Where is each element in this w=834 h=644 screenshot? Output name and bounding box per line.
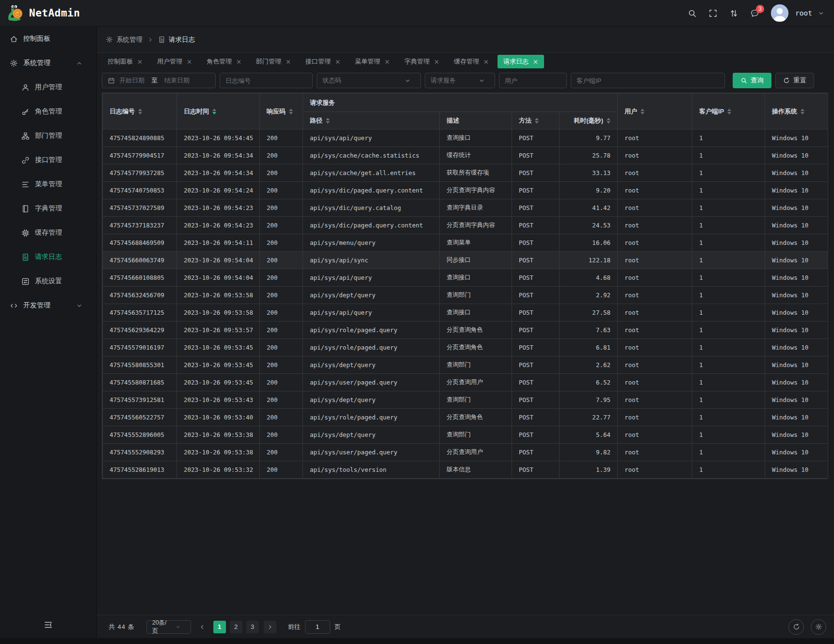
sidebar-item-settings[interactable]: 系统设置 xyxy=(0,269,96,293)
sidebar-item-system[interactable]: 系统管理 xyxy=(0,51,96,75)
cell-path: api/sys/dic/query.catalog xyxy=(303,199,440,217)
table-row[interactable]: 4757457407508532023-10-26 09:54:24200api… xyxy=(103,182,828,199)
tab-roles[interactable]: 角色管理 xyxy=(201,55,247,68)
cell-elapsed: 2.62 xyxy=(560,356,618,374)
breadcrumb-item[interactable]: 系统管理 xyxy=(116,35,143,44)
tab-users[interactable]: 用户管理 xyxy=(151,55,198,68)
user-menu[interactable]: root xyxy=(795,9,812,17)
tab-cache[interactable]: 缓存管理 xyxy=(448,55,495,68)
column-header-status[interactable]: 响应码 xyxy=(260,94,303,129)
table-row[interactable]: 4757455528960052023-10-26 09:53:38200api… xyxy=(103,426,828,444)
column-header-id[interactable]: 日志编号 xyxy=(103,94,177,129)
table-row[interactable]: 4757456601088052023-10-26 09:54:04200api… xyxy=(103,269,828,287)
table-row[interactable]: 4757456293642292023-10-26 09:53:57200api… xyxy=(103,322,828,339)
sidebar-item-apis[interactable]: 接口管理 xyxy=(0,148,96,172)
table-row[interactable]: 4757457799372852023-10-26 09:54:34200api… xyxy=(103,164,828,182)
column-header-user[interactable]: 用户 xyxy=(618,94,692,129)
goto-page-input[interactable] xyxy=(305,620,330,634)
refresh-button[interactable] xyxy=(788,619,804,635)
table-row[interactable]: 4757456324567092023-10-26 09:53:58200api… xyxy=(103,287,828,304)
search-button[interactable]: 查询 xyxy=(733,73,771,88)
total-count: 共 44 条 xyxy=(109,623,135,631)
cell-status: 200 xyxy=(260,287,303,304)
column-header-path[interactable]: 路径 xyxy=(303,112,440,129)
table-row[interactable]: 4757457799045172023-10-26 09:54:34200api… xyxy=(103,147,828,164)
tab-dashboard[interactable]: 控制面板 xyxy=(102,55,148,68)
page-size-select[interactable]: 20条/页 xyxy=(146,620,191,634)
collapse-sidebar-icon[interactable] xyxy=(44,620,53,629)
tab-apis[interactable]: 接口管理 xyxy=(300,55,346,68)
next-page-button[interactable] xyxy=(264,621,276,633)
table-row[interactable]: 4757455739125812023-10-26 09:53:43200api… xyxy=(103,391,828,409)
table-row[interactable]: 4757455808716852023-10-26 09:53:45200api… xyxy=(103,374,828,391)
table-row[interactable]: 4757458248908852023-10-26 09:54:45200api… xyxy=(103,129,828,147)
service-select[interactable]: 请求服务 xyxy=(425,73,495,88)
client-ip-input[interactable] xyxy=(571,73,725,88)
cell-status: 200 xyxy=(260,199,303,217)
tab-menus[interactable]: 菜单管理 xyxy=(349,55,396,68)
main-content: 系统管理 请求日志 控制面板用户管理角色管理部门管理接口管理菜单管理字典管理缓存… xyxy=(97,27,834,638)
column-header-os[interactable]: 操作系统 xyxy=(765,94,828,129)
close-icon[interactable] xyxy=(286,59,291,64)
page-button-1[interactable]: 1 xyxy=(213,621,226,633)
cell-os: Windows 10 xyxy=(765,322,828,339)
status-code-select[interactable]: 状态码 xyxy=(317,73,421,88)
chevron-down-icon xyxy=(479,78,485,84)
table-body: 4757458248908852023-10-26 09:54:45200api… xyxy=(103,129,828,479)
tab-departments[interactable]: 部门管理 xyxy=(250,55,297,68)
sidebar-item-menus[interactable]: 菜单管理 xyxy=(0,172,96,196)
close-icon[interactable] xyxy=(434,59,439,64)
cell-user: root xyxy=(618,391,692,409)
chevron-down-icon[interactable] xyxy=(818,10,824,16)
table-row[interactable]: 4757456600637492023-10-26 09:54:04200api… xyxy=(103,252,828,269)
close-icon[interactable] xyxy=(187,59,192,64)
avatar[interactable] xyxy=(771,4,788,22)
close-icon[interactable] xyxy=(236,59,241,64)
cell-id: 475745629364229 xyxy=(103,322,177,339)
page-button-2[interactable]: 2 xyxy=(230,621,242,633)
table-row[interactable]: 4757455605227572023-10-26 09:53:40200api… xyxy=(103,409,828,426)
cell-desc: 查询菜单 xyxy=(440,234,512,252)
column-header-time[interactable]: 日志时间 xyxy=(177,94,260,129)
column-header-elapsed[interactable]: 耗时(毫秒) xyxy=(560,112,618,129)
column-header-ip[interactable]: 客户端IP xyxy=(692,94,765,129)
prev-page-button[interactable] xyxy=(196,621,208,633)
filter-bar: 开始日期 至 结束日期 状态码 请求服务 查询 xyxy=(97,70,834,91)
search-icon[interactable] xyxy=(688,9,697,18)
sort-arrows-icon[interactable] xyxy=(729,9,738,18)
close-icon[interactable] xyxy=(533,59,538,64)
sidebar-item-dictionaries[interactable]: 字典管理 xyxy=(0,196,96,221)
table-row[interactable]: 4757455808553012023-10-26 09:53:45200api… xyxy=(103,356,828,374)
sidebar-item-departments[interactable]: 部门管理 xyxy=(0,124,96,148)
reset-button[interactable]: 重置 xyxy=(775,73,814,88)
notifications-icon[interactable]: 3 xyxy=(750,9,759,18)
date-range-picker[interactable]: 开始日期 至 结束日期 xyxy=(102,73,216,88)
table-row[interactable]: 4757455529082932023-10-26 09:53:38200api… xyxy=(103,444,828,461)
sidebar-item-development[interactable]: 开发管理 xyxy=(0,293,96,318)
page-button-3[interactable]: 3 xyxy=(246,621,259,633)
table-row[interactable]: 4757455286190132023-10-26 09:53:32200api… xyxy=(103,461,828,479)
cell-elapsed: 4.68 xyxy=(560,269,618,287)
settings-button[interactable] xyxy=(811,619,826,635)
close-icon[interactable] xyxy=(137,59,143,64)
close-icon[interactable] xyxy=(335,59,340,64)
sidebar-item-roles[interactable]: 角色管理 xyxy=(0,99,96,124)
table-row[interactable]: 4757457370275892023-10-26 09:54:23200api… xyxy=(103,199,828,217)
fullscreen-icon[interactable] xyxy=(708,9,718,18)
table-row[interactable]: 4757456884695092023-10-26 09:54:11200api… xyxy=(103,234,828,252)
sidebar-item-dashboard[interactable]: 控制面板 xyxy=(0,27,96,51)
table-row[interactable]: 4757457371832372023-10-26 09:54:23200api… xyxy=(103,217,828,234)
cell-path: api/sys/role/paged.query xyxy=(303,339,440,356)
close-icon[interactable] xyxy=(385,59,390,64)
close-icon[interactable] xyxy=(483,59,489,64)
table-row[interactable]: 4757456357171252023-10-26 09:53:58200api… xyxy=(103,304,828,322)
column-header-method[interactable]: 方法 xyxy=(512,112,560,129)
tab-dictionaries[interactable]: 字典管理 xyxy=(399,55,445,68)
sidebar-item-request-logs[interactable]: 请求日志 xyxy=(0,245,96,269)
sidebar-item-users[interactable]: 用户管理 xyxy=(0,75,96,99)
user-input[interactable] xyxy=(499,73,567,88)
log-id-input[interactable] xyxy=(220,73,313,88)
table-row[interactable]: 4757455790161972023-10-26 09:53:45200api… xyxy=(103,339,828,356)
tab-request-logs[interactable]: 请求日志 xyxy=(497,55,544,68)
sidebar-item-cache[interactable]: 缓存管理 xyxy=(0,221,96,245)
